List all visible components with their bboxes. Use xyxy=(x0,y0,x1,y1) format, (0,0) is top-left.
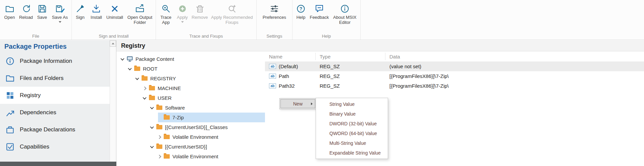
chevron-placeholder xyxy=(158,116,161,119)
button-label: Apply xyxy=(177,15,188,20)
open-button[interactable]: Open xyxy=(2,3,17,21)
sidebar-item-registry[interactable]: Registry xyxy=(0,87,110,104)
tree-item-volatile-environment-1[interactable]: Volatile Environment xyxy=(158,132,265,142)
help-button[interactable]: ? Help xyxy=(294,3,308,21)
open-icon xyxy=(5,3,14,14)
chevron-down-icon[interactable] xyxy=(150,105,154,109)
tree-item-label: [{CurrentUserSID}] xyxy=(165,144,207,150)
about-msix-editor-button[interactable]: About MSIX Editor xyxy=(331,3,359,26)
chevron-down-icon[interactable] xyxy=(128,66,131,70)
folder-icon xyxy=(134,67,140,71)
value-name: Path xyxy=(279,73,289,79)
chevron-right-icon[interactable] xyxy=(157,155,161,158)
apply-recommended-fixups-icon xyxy=(227,3,237,14)
sidebar: Package Properties Package Information F… xyxy=(0,40,116,166)
tree-item-package-content[interactable]: Package Content xyxy=(121,54,265,64)
registry-tree: Package Content ROOT REGISTRY MACHINE xyxy=(116,51,265,166)
column-header-type[interactable]: Type xyxy=(316,53,385,60)
folder-icon xyxy=(149,96,155,100)
tree-item-registry[interactable]: REGISTRY xyxy=(136,74,265,83)
install-button[interactable]: Install xyxy=(88,3,104,21)
table-header: Name Type Data xyxy=(265,51,644,61)
open-output-folder-button[interactable]: Open Output Folder xyxy=(125,3,155,26)
tree-item-root[interactable]: ROOT xyxy=(128,64,265,74)
chevron-down-icon[interactable] xyxy=(135,76,139,80)
submenu-item-string-value[interactable]: String Value xyxy=(316,99,388,109)
tree-item-software[interactable]: Software xyxy=(151,103,265,113)
context-menu: New xyxy=(279,98,316,109)
preferences-button[interactable]: Preferences xyxy=(260,3,289,21)
sidebar-item-dependencies[interactable]: Dependencies xyxy=(0,104,110,121)
about-icon xyxy=(340,3,350,14)
value-name: Path32 xyxy=(279,83,295,89)
remove-button[interactable]: Remove xyxy=(191,3,209,21)
sign-button[interactable]: Sign xyxy=(73,3,88,21)
folder-icon xyxy=(164,154,170,159)
string-value-icon: ab xyxy=(269,64,276,69)
sidebar-item-capabilities[interactable]: Capabilities xyxy=(0,138,110,155)
chevron-down-icon[interactable] xyxy=(120,56,124,60)
submenu-item-binary-value[interactable]: Binary Value xyxy=(316,109,388,119)
value-data: [{ProgramFilesX86}]\7-Zip\ xyxy=(385,73,644,79)
folder-icon xyxy=(156,125,162,129)
submenu-item-multi-string-value[interactable]: Multi-String Value xyxy=(316,138,388,148)
column-header-name[interactable]: Name xyxy=(265,53,316,60)
sidebar-item-files-and-folders[interactable]: Files and Folders xyxy=(0,70,110,87)
tree-item-user[interactable]: USER xyxy=(143,93,265,103)
submenu-arrow-icon xyxy=(311,102,313,105)
submenu-item-qword-value[interactable]: QWORD (64-bit) Value xyxy=(316,128,388,138)
tree-item-label: USER xyxy=(158,95,172,101)
help-icon: ? xyxy=(296,3,306,14)
tree-item-currentusersid[interactable]: [{CurrentUserSID}] xyxy=(151,142,265,152)
apply-button[interactable]: Apply xyxy=(175,3,190,24)
context-menu-item-new[interactable]: New xyxy=(280,99,315,108)
sidebar-item-package-declarations[interactable]: Package Declarations xyxy=(0,121,110,138)
tree-item-7-zip[interactable]: 7-Zip xyxy=(158,113,265,122)
bottom-panel xyxy=(0,162,116,166)
submenu-item-dword-value[interactable]: DWORD (32-bit) Value xyxy=(316,119,388,128)
button-label: Save xyxy=(37,15,47,20)
tree-item-machine[interactable]: MACHINE xyxy=(143,83,265,93)
ribbon-group-label: Sign and Install xyxy=(72,34,156,39)
save-button[interactable]: Save xyxy=(35,3,50,21)
sidebar-item-label: Capabilities xyxy=(20,143,49,150)
tree-item-currentusersid-classes[interactable]: [{CurrentUserSID}]_Classes xyxy=(151,122,265,132)
uninstall-button[interactable]: Uninstall xyxy=(105,3,124,21)
table-row[interactable]: ab Path32 REG_SZ [{ProgramFilesX86}]\7-Z… xyxy=(265,81,644,91)
sidebar-item-package-information[interactable]: Package Information xyxy=(0,52,110,70)
tree-item-label: MACHINE xyxy=(158,85,181,91)
button-label: Sign xyxy=(76,15,85,20)
svg-text:?: ? xyxy=(300,6,303,11)
preferences-icon xyxy=(270,3,279,14)
sidebar-scrollbar[interactable] xyxy=(110,40,116,162)
column-header-data[interactable]: Data xyxy=(385,53,644,60)
apply-recommended-fixups-button[interactable]: Apply Recommended Fixups xyxy=(210,3,255,26)
chevron-right-icon[interactable] xyxy=(143,86,146,90)
chevron-right-icon[interactable] xyxy=(157,135,161,139)
folder-icon xyxy=(156,144,162,149)
submenu-item-expandable-string-value[interactable]: Expandable String Value xyxy=(316,148,388,158)
context-submenu: String Value Binary Value DWORD (32-bit)… xyxy=(316,98,388,159)
chevron-down-icon[interactable] xyxy=(150,125,154,128)
apply-icon xyxy=(178,3,187,14)
chevron-down-icon[interactable] xyxy=(150,144,154,148)
table-row[interactable]: ab Path REG_SZ [{ProgramFilesX86}]\7-Zip… xyxy=(265,71,644,81)
folder-icon xyxy=(149,86,155,90)
save-as-button[interactable]: Save As xyxy=(50,3,70,24)
sidebar-title: Package Properties xyxy=(0,40,116,52)
feedback-icon xyxy=(315,3,324,14)
reload-button[interactable]: Reload xyxy=(18,3,34,21)
sidebar-item-label: Registry xyxy=(20,92,41,99)
remove-icon xyxy=(195,3,205,14)
trace-app-button[interactable]: Trace App xyxy=(158,3,174,26)
sign-icon xyxy=(75,3,85,14)
feedback-button[interactable]: Feedback xyxy=(309,3,330,21)
sidebar-item-label: Dependencies xyxy=(20,109,56,116)
chevron-down-icon[interactable] xyxy=(143,95,146,99)
ribbon-group-help: ? Help Feedback About MSIX Editor xyxy=(292,0,361,40)
tree-item-volatile-environment-2[interactable]: Volatile Environment xyxy=(158,152,265,161)
table-row[interactable]: ab (Default) REG_SZ (value not set) xyxy=(265,61,644,71)
tree-item-label: Software xyxy=(165,105,185,111)
scroll-up-button[interactable] xyxy=(110,40,116,47)
ribbon-group-settings: Preferences Settings xyxy=(257,0,292,40)
